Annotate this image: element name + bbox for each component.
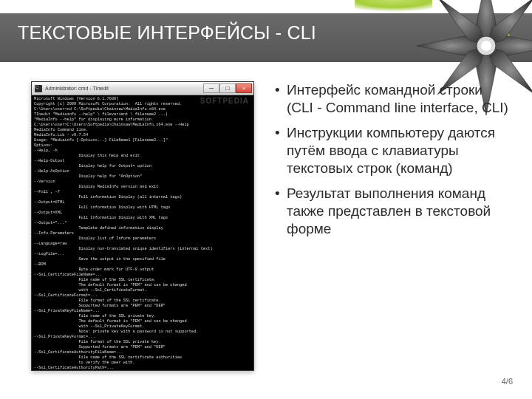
terminal-line: Full Information Display with XML tags	[34, 216, 251, 221]
terminal-line: --Info-Parameters	[34, 231, 251, 236]
terminal-line: --Help, -h	[34, 149, 251, 154]
bullet-item: Интерфейс командной строки (CLI - Comman…	[272, 81, 511, 117]
terminal-line: --Output=XML	[34, 211, 251, 216]
terminal-line: Options:	[34, 143, 251, 149]
terminal-line: File format of the SSL certificate.	[34, 299, 251, 304]
slide: ТЕКСТОВЫЕ ИНТЕРФЕЙСЫ - CLI КРОК	[0, 0, 532, 399]
terminal-line: Supported formats are "PEM" and "DER"	[34, 304, 251, 309]
terminal-line: Display non-translated unique identifier…	[34, 247, 251, 252]
terminal-line: MediaInfo.Lib - v0.7.54	[34, 133, 251, 138]
terminal-line: --Version	[34, 180, 251, 185]
terminal-line: The default format is "PEM" and can be c…	[34, 319, 251, 324]
bullet-item: Результат выполнения команд также предст…	[272, 185, 511, 238]
terminal-line: Template defined information display	[34, 226, 251, 231]
terminal-line: --Language=raw	[34, 242, 251, 247]
terminal-line: File name of the SSL private key.	[34, 314, 251, 319]
terminal-line: File name of the SSL certificate authori…	[34, 355, 251, 361]
terminal-line: Supported formats are "PEM" and "DER"	[34, 345, 251, 350]
terminal-line: --Ssl_CertificateAuthorityFileName=...	[34, 350, 251, 355]
titlebar-left: Administrator: cmd - TInedit	[35, 85, 109, 92]
terminal-line: TInedit "Mediainfo --help" \ filevariant…	[34, 112, 251, 117]
terminal-line: --Output=HTML	[34, 200, 251, 205]
terminal-line: Display this help and exit	[34, 154, 251, 159]
terminal-line: File format of the SSL private key.	[34, 340, 251, 345]
close-button[interactable]: ×	[236, 83, 252, 93]
terminal-line: --Help-AnOption	[34, 169, 251, 174]
window-titlebar: Administrator: cmd - TInedit ─ □ ×	[32, 82, 253, 95]
terminal-line: Display help for "AnOption"	[34, 174, 251, 180]
terminal-line: Save the output in the specified file	[34, 257, 251, 262]
bullet-list: Интерфейс командной строки (CLI - Comman…	[272, 81, 511, 245]
terminal-line: C:\Users\user>C:\Users\Softpedia\Chainsa…	[34, 123, 251, 128]
terminal-line: with --Ssl_PrivateKeyFormat.	[34, 324, 251, 330]
terminal-window: Administrator: cmd - TInedit ─ □ × SOFTP…	[31, 81, 254, 371]
terminal-line: Note: private key with a password is not…	[34, 330, 251, 335]
maximize-button[interactable]: □	[219, 83, 236, 93]
terminal-line: MediaInfo Command line.	[34, 128, 251, 133]
terminal-line: Display MediaInfo version and exit	[34, 185, 251, 190]
minimize-button[interactable]: ─	[203, 83, 219, 93]
terminal-line: --Ssl_CertificateFileName=...	[34, 273, 251, 278]
terminal-line: --BOM	[34, 262, 251, 267]
terminal-body: SOFTPEDIA Microsoft Windows [Version 6.1…	[32, 95, 253, 370]
terminal-line: "MediaInfo --help" for displaying more i…	[34, 117, 251, 123]
watermark-text: SOFTPEDIA	[200, 97, 249, 105]
terminal-line: The default format is "PEM" and can be c…	[34, 283, 251, 288]
svg-point-1	[481, 41, 491, 51]
terminal-line: --Ssl_PrivateKeyFormat=...	[34, 335, 251, 340]
terminal-line: to verify the peer with.	[34, 361, 251, 366]
terminal-line: --Ssl_CertificateAuthorityPath=...	[34, 366, 251, 370]
terminal-line: Usage: "Mediainfo [-Options...] FileName…	[34, 138, 251, 143]
terminal-line: C:\Users\user>cd C:\Softpedia\Chainsaw\M…	[34, 107, 251, 112]
bullet-item: Инструкции компьютеру даются путём ввода…	[272, 124, 511, 177]
terminal-line: Display help for Output= option	[34, 164, 251, 169]
terminal-line: --Output="..."	[34, 221, 251, 226]
terminal-line: --Full , -f	[34, 190, 251, 195]
window-buttons: ─ □ ×	[203, 83, 252, 93]
terminal-line: --Ssl_PrivateKeyFileName=...	[34, 309, 251, 314]
terminal-line: File name of the SSL certificate.	[34, 278, 251, 283]
terminal-line: Full information Display (all internal t…	[34, 195, 251, 200]
page-number: 4/6	[502, 377, 513, 386]
terminal-line: with --Ssl_CertificateFormat.	[34, 288, 251, 293]
window-title-text: Administrator: cmd - TInedit	[45, 85, 109, 92]
terminal-line: Full information Display with HTML tags	[34, 205, 251, 211]
cmd-app-icon	[35, 85, 42, 92]
terminal-line: --Ssl_CertificateFormat=...	[34, 293, 251, 299]
terminal-line: --Help-Output	[34, 159, 251, 164]
terminal-line: --LogFile=...	[34, 252, 251, 257]
slide-title: ТЕКСТОВЫЕ ИНТЕРФЕЙСЫ - CLI	[18, 22, 316, 44]
terminal-line: Display list of Inform parameters	[34, 236, 251, 242]
terminal-line: Byte order mark for UTF-8 output	[34, 267, 251, 273]
